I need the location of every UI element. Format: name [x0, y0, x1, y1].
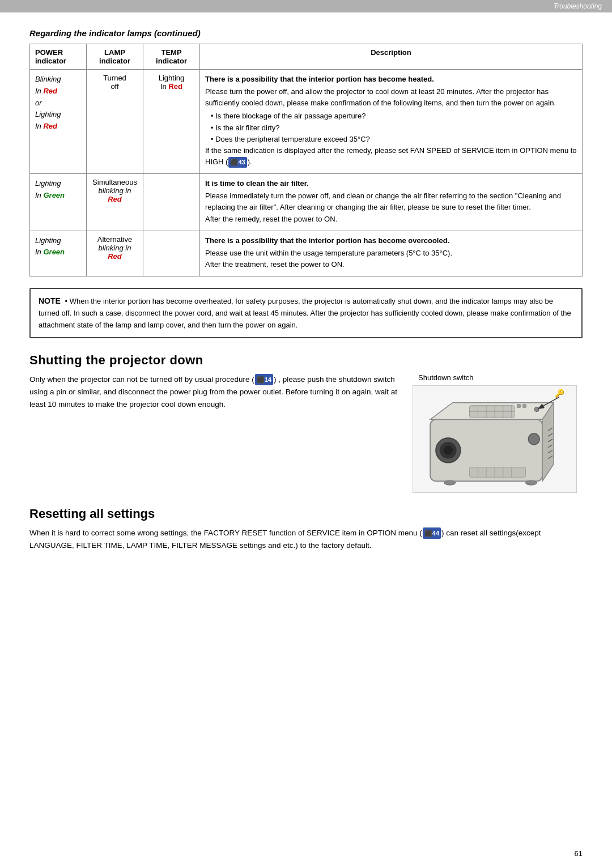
shutting-text: Only when the projector can not be turne…: [29, 373, 399, 411]
page-number: 61: [575, 849, 583, 858]
shutting-section: Shutting the projector down Only when th…: [29, 353, 583, 493]
power-line1: POWER: [35, 48, 63, 57]
table-row: LightingIn Green Simultaneousblinking in…: [30, 174, 583, 231]
col-header-power: POWER indicator: [30, 44, 87, 70]
power-cell-3: LightingIn Green: [30, 231, 87, 276]
projector-illustration: 🔑: [413, 385, 577, 493]
resetting-text: When it is hard to correct some wrong se…: [29, 527, 583, 552]
shutting-body: Only when the projector can not be turne…: [29, 373, 583, 493]
page-link-43: ⬛43: [228, 157, 246, 168]
note-label: NOTE: [39, 296, 61, 305]
svg-rect-23: [522, 404, 526, 407]
resetting-heading: Resetting all settings: [29, 507, 583, 521]
power-cell-2: LightingIn Green: [30, 174, 87, 231]
section-title: Regarding the indicator lamps (continued…: [29, 28, 583, 38]
col-header-desc: Description: [200, 44, 583, 70]
lamp-cell-3: Alternativeblinking in Red: [87, 231, 143, 276]
shutdown-switch-label: Shutdown switch: [413, 373, 583, 382]
page-content: Regarding the indicator lamps (continued…: [0, 12, 612, 575]
indicator-table: POWER indicator LAMP indicator TEMP indi…: [29, 44, 583, 276]
header-bar: Troubleshooting: [0, 0, 612, 12]
svg-point-6: [528, 433, 539, 445]
lamp-cell-1: Turnedoff: [87, 70, 143, 174]
desc-header-label: Description: [371, 48, 411, 57]
section-label: Troubleshooting: [554, 2, 602, 10]
temp-cell-3: [143, 231, 200, 276]
page-link-14: ⬛14: [255, 374, 273, 385]
temp-cell-2: [143, 174, 200, 231]
power-line2: indicator: [35, 57, 66, 65]
svg-point-20: [534, 407, 539, 411]
table-row: LightingIn Green Alternativeblinking in …: [30, 231, 583, 276]
svg-point-30: [444, 480, 456, 485]
col-header-lamp: LAMP indicator: [87, 44, 143, 70]
desc-cell-2: It is time to clean the air filter. Plea…: [200, 174, 583, 231]
lamp-cell-2: Simultaneousblinking in Red: [87, 174, 143, 231]
table-row: BlinkingIn RedorLightingIn Red Turnedoff…: [30, 70, 583, 174]
svg-rect-22: [517, 404, 521, 407]
svg-point-5: [444, 445, 453, 454]
svg-point-31: [525, 480, 537, 485]
shutting-heading: Shutting the projector down: [29, 353, 583, 368]
svg-text:🔑: 🔑: [555, 388, 565, 398]
temp-cell-1: LightingIn Red: [143, 70, 200, 174]
desc-cell-3: There is a possibility that the interior…: [200, 231, 583, 276]
power-cell-1: BlinkingIn RedorLightingIn Red: [30, 70, 87, 174]
desc-cell-1: There is a possibility that the interior…: [200, 70, 583, 174]
shutting-text-part1: Only when the projector can not be turne…: [29, 375, 254, 384]
resetting-section: Resetting all settings When it is hard t…: [29, 507, 583, 552]
resetting-text-part1: When it is hard to correct some wrong se…: [29, 529, 422, 537]
note-text: • When the interior portion has become o…: [39, 297, 571, 329]
note-box: NOTE • When the interior portion has bec…: [29, 288, 583, 338]
page-link-44: ⬛44: [423, 527, 441, 539]
shutting-image-area: Shutdown switch: [413, 373, 583, 493]
col-header-temp: TEMP indicator: [143, 44, 200, 70]
